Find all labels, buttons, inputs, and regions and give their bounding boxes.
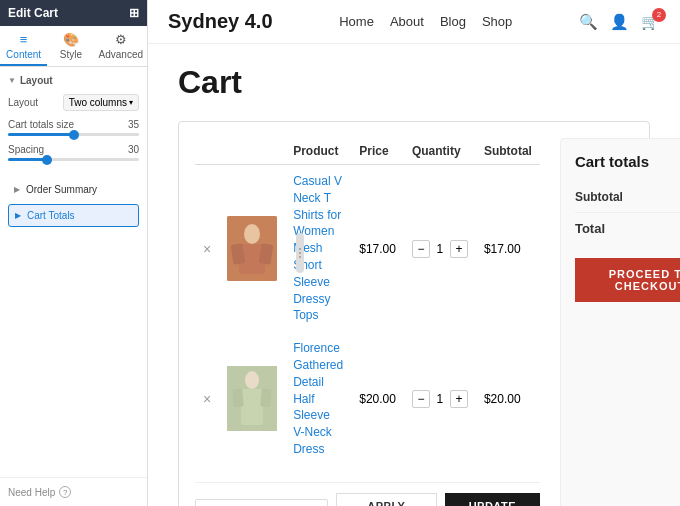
layout-field-label: Layout	[8, 97, 38, 108]
layout-section-title: ▼ Layout	[8, 75, 139, 86]
spacing-label: Spacing	[8, 144, 44, 155]
spacing-value: 30	[128, 144, 139, 155]
nav-shop[interactable]: Shop	[482, 14, 512, 29]
cart-totals-size-value: 35	[128, 119, 139, 130]
sidebar-header: Edit Cart ⊞	[0, 0, 147, 26]
resize-handle[interactable]	[296, 233, 304, 273]
advanced-icon: ⚙	[99, 32, 143, 47]
nav-links: Home About Blog Shop	[339, 14, 512, 29]
qty-control-1: − 1 +	[412, 240, 468, 258]
search-icon[interactable]: 🔍	[579, 13, 598, 31]
layout-dropdown[interactable]: Two columns ▾	[63, 94, 139, 111]
site-title: Sydney 4.0	[168, 10, 273, 33]
tab-content-label: Content	[6, 49, 41, 60]
product-subtotal-1: $17.00	[484, 242, 521, 256]
cart-totals-size-slider[interactable]	[8, 133, 139, 136]
qty-value-1: 1	[434, 242, 446, 256]
sidebar-item-order-summary[interactable]: ▶ Order Summary	[8, 179, 139, 200]
apply-coupon-button[interactable]: APPLY COUPON	[336, 493, 437, 506]
sidebar-tabs: ≡ Content 🎨 Style ⚙ Advanced	[0, 26, 147, 67]
qty-decrease-1[interactable]: −	[412, 240, 430, 258]
coupon-input[interactable]	[195, 499, 328, 506]
qty-value-2: 1	[434, 392, 446, 406]
layout-arrow: ▼	[8, 76, 16, 85]
content-icon: ≡	[4, 32, 43, 47]
svg-rect-8	[232, 389, 244, 408]
col-image	[219, 138, 285, 165]
nav-about[interactable]: About	[390, 14, 424, 29]
sidebar-item-cart-totals[interactable]: ▶ Cart Totals	[8, 204, 139, 227]
nav-icons: 🔍 👤 🛒 2	[579, 13, 660, 31]
cart-container: Product Price Quantity Subtotal ×	[178, 121, 650, 506]
col-remove	[195, 138, 219, 165]
layout-field-row: Layout Two columns ▾	[8, 94, 139, 111]
qty-decrease-2[interactable]: −	[412, 390, 430, 408]
qty-control-2: − 1 +	[412, 390, 468, 408]
update-cart-button[interactable]: UPDATE CART	[445, 493, 540, 506]
total-row: Total $37.00	[575, 213, 680, 244]
cart-totals-size-row: Cart totals size 35	[8, 119, 139, 136]
checkout-button[interactable]: PROCEED TO CHECKOUT	[575, 258, 680, 302]
svg-point-6	[245, 371, 259, 389]
spacing-slider[interactable]	[8, 158, 139, 161]
style-icon: 🎨	[51, 32, 90, 47]
slider-thumb[interactable]	[69, 130, 79, 140]
tab-advanced[interactable]: ⚙ Advanced	[95, 26, 147, 66]
page-content: Cart Product Price Quantity Subtotal	[148, 44, 680, 506]
qty-increase-2[interactable]: +	[450, 390, 468, 408]
cart-icon[interactable]: 🛒 2	[641, 13, 660, 31]
arrow-icon: ▶	[14, 185, 20, 194]
sidebar-title: Edit Cart	[8, 6, 58, 20]
product-price-2: $20.00	[359, 392, 396, 406]
tab-style-label: Style	[60, 49, 82, 60]
sidebar-body: ▼ Layout Layout Two columns ▾ Cart total…	[0, 67, 147, 477]
table-row: ×	[195, 332, 540, 466]
main-content: Sydney 4.0 Home About Blog Shop 🔍 👤 🛒 2 …	[148, 0, 680, 506]
nav-blog[interactable]: Blog	[440, 14, 466, 29]
cart-table-section: Product Price Quantity Subtotal ×	[195, 138, 540, 506]
need-help[interactable]: Need Help ?	[0, 477, 147, 506]
cart-totals-label: Cart Totals	[27, 210, 75, 221]
product-svg-2	[227, 366, 277, 431]
svg-rect-7	[241, 389, 263, 425]
col-price: Price	[351, 138, 404, 165]
order-summary-label: Order Summary	[26, 184, 97, 195]
page-title: Cart	[178, 64, 650, 101]
spacing-row: Spacing 30	[8, 144, 139, 161]
cart-totals-title: Cart totals	[575, 153, 680, 170]
cart-totals-size-label: Cart totals size	[8, 119, 74, 130]
qty-increase-1[interactable]: +	[450, 240, 468, 258]
total-label: Total	[575, 221, 605, 236]
tab-content[interactable]: ≡ Content	[0, 26, 47, 66]
col-product: Product	[285, 138, 351, 165]
cart-badge: 2	[652, 8, 666, 22]
product-subtotal-2: $20.00	[484, 392, 521, 406]
product-name-2[interactable]: Florence Gathered Detail Half Sleeve V-N…	[293, 341, 343, 456]
cart-totals: Cart totals Subtotal $37.00 Total $37.00…	[560, 138, 680, 506]
remove-item-1[interactable]: ×	[203, 241, 211, 257]
remove-item-2[interactable]: ×	[203, 391, 211, 407]
subtotal-label: Subtotal	[575, 190, 623, 204]
product-image-2	[227, 366, 277, 431]
svg-rect-9	[260, 389, 272, 408]
top-nav: Sydney 4.0 Home About Blog Shop 🔍 👤 🛒 2	[148, 0, 680, 44]
resize-dot-2	[299, 252, 301, 254]
col-quantity: Quantity	[404, 138, 476, 165]
svg-point-1	[244, 224, 260, 244]
user-icon[interactable]: 👤	[610, 13, 629, 31]
product-price-1: $17.00	[359, 242, 396, 256]
subtotal-row: Subtotal $37.00	[575, 182, 680, 213]
product-image-1	[227, 216, 277, 281]
nav-home[interactable]: Home	[339, 14, 374, 29]
tab-advanced-label: Advanced	[99, 49, 143, 60]
spacing-slider-thumb[interactable]	[42, 155, 52, 165]
chevron-down-icon: ▾	[129, 98, 133, 107]
grid-icon[interactable]: ⊞	[129, 6, 139, 20]
slider-fill	[8, 133, 74, 136]
need-help-text: Need Help	[8, 487, 55, 498]
product-svg-1	[227, 216, 277, 281]
resize-dot-1	[299, 248, 301, 250]
tab-style[interactable]: 🎨 Style	[47, 26, 94, 66]
help-icon: ?	[59, 486, 71, 498]
resize-dot-3	[299, 256, 301, 258]
